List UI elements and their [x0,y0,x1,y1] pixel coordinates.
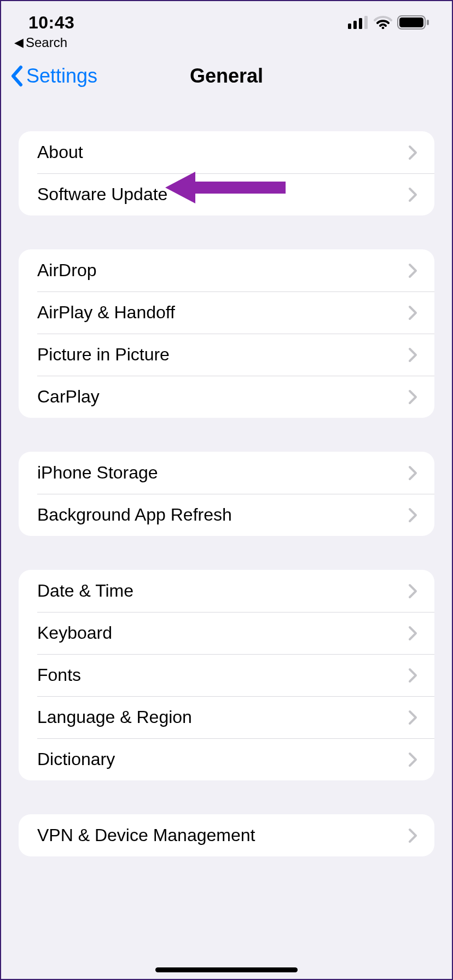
chevron-right-icon [408,584,418,599]
chevron-right-icon [408,389,418,405]
chevron-right-icon [408,465,418,481]
row-label: Keyboard [37,623,112,643]
svg-rect-2 [359,18,362,29]
row-label: Picture in Picture [37,345,170,365]
svg-rect-3 [364,16,368,29]
battery-icon [397,15,430,30]
nav-header: Settings General [1,54,452,98]
row-iphone-storage[interactable]: iPhone Storage [19,452,434,494]
status-time: 10:43 [28,13,74,33]
status-right [348,15,430,30]
wifi-icon [374,16,392,29]
chevron-right-icon [408,752,418,767]
row-picture-in-picture[interactable]: Picture in Picture [19,334,434,376]
row-date-time[interactable]: Date & Time [19,570,434,612]
row-dictionary[interactable]: Dictionary [19,738,434,780]
svg-rect-7 [427,20,429,25]
row-fonts[interactable]: Fonts [19,654,434,696]
row-language-region[interactable]: Language & Region [19,696,434,738]
chevron-right-icon [408,305,418,320]
breadcrumb-search[interactable]: ◀ Search [1,34,452,50]
cellular-icon [348,16,369,29]
row-label: Dictionary [37,749,115,769]
breadcrumb-label: Search [26,35,67,50]
chevron-right-icon [408,145,418,160]
row-airplay-handoff[interactable]: AirPlay & Handoff [19,291,434,334]
chevron-right-icon [408,508,418,523]
home-indicator[interactable] [155,967,298,972]
row-vpn-device-management[interactable]: VPN & Device Management [19,814,434,856]
group-0: About Software Update [19,131,434,215]
row-label: Background App Refresh [37,505,232,525]
svg-rect-6 [399,18,423,27]
row-label: AirPlay & Handoff [37,302,175,323]
row-label: Date & Time [37,581,133,601]
group-3: Date & Time Keyboard Fonts Language & Re… [19,570,434,780]
settings-content: About Software Update AirDrop AirPlay & … [1,98,452,856]
row-background-app-refresh[interactable]: Background App Refresh [19,494,434,536]
row-label: Fonts [37,665,81,685]
group-4: VPN & Device Management [19,814,434,856]
chevron-right-icon [408,263,418,278]
chevron-right-icon [408,710,418,725]
row-label: Language & Region [37,707,192,727]
page-title: General [190,65,263,88]
row-label: VPN & Device Management [37,825,255,845]
chevron-right-icon [408,347,418,363]
row-carplay[interactable]: CarPlay [19,376,434,418]
row-keyboard[interactable]: Keyboard [19,612,434,654]
chevron-right-icon [408,626,418,641]
breadcrumb-back-arrow-icon: ◀ [14,36,24,50]
row-label: Software Update [37,184,167,205]
back-button[interactable]: Settings [1,65,97,88]
chevron-right-icon [408,187,418,202]
chevron-left-icon [10,65,25,87]
group-2: iPhone Storage Background App Refresh [19,452,434,536]
row-label: CarPlay [37,387,100,407]
row-label: iPhone Storage [37,463,158,483]
status-bar: 10:43 [1,1,452,34]
svg-rect-0 [348,24,351,29]
row-airdrop[interactable]: AirDrop [19,249,434,291]
svg-rect-1 [353,21,357,29]
chevron-right-icon [408,668,418,683]
row-software-update[interactable]: Software Update [19,173,434,215]
row-label: AirDrop [37,260,96,281]
row-about[interactable]: About [19,131,434,173]
group-1: AirDrop AirPlay & Handoff Picture in Pic… [19,249,434,418]
chevron-right-icon [408,828,418,843]
back-label: Settings [26,65,97,88]
row-label: About [37,142,83,162]
svg-point-4 [382,27,385,29]
